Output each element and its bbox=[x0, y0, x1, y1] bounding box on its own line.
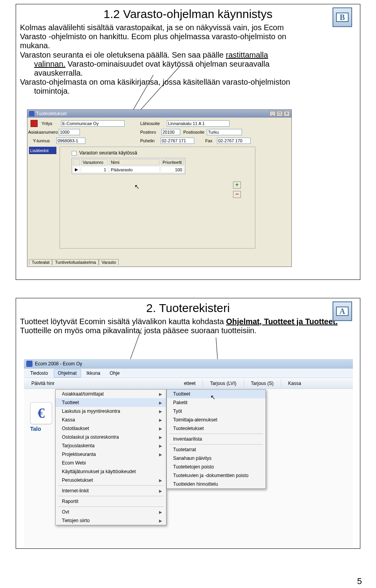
menu-item[interactable]: Kassa▶ bbox=[56, 416, 166, 424]
menu-item[interactable]: Tuotetarrat bbox=[167, 445, 266, 454]
menu-separator bbox=[169, 444, 263, 445]
postinro-field[interactable]: 20100 bbox=[161, 129, 180, 135]
menu-item[interactable]: Tuotteiden hinnoittelu bbox=[167, 480, 266, 488]
menu-item[interactable]: Ostotilaukset▶ bbox=[56, 424, 166, 433]
menu-item-label: Tuotekuvien ja -dokumenttien poisto bbox=[173, 473, 248, 478]
chevron-right-icon: ▶ bbox=[159, 444, 162, 448]
menu-item[interactable]: Tuotteet▶ bbox=[56, 398, 166, 407]
window-title: Ecom 2008 - Ecom Oy bbox=[35, 361, 82, 367]
menu-item[interactable]: Tuoteoletukset bbox=[167, 424, 266, 433]
slide-2: A 2. Tuoterekisteri Tuotteet löytyvät Ec… bbox=[16, 298, 360, 549]
menu-item[interactable]: Toimittaja-alennukset bbox=[167, 416, 266, 424]
menu-item[interactable]: Internet-linkit▶ bbox=[56, 486, 166, 495]
menu-item-label: Tuotetarrat bbox=[173, 447, 196, 452]
window-titlebar[interactable]: Tuoteoletukset _ □ × bbox=[27, 110, 291, 118]
talo-label: Talo bbox=[30, 426, 41, 432]
record-marker[interactable] bbox=[31, 120, 38, 127]
menu-item-label: Asiakkaat/toimittajat bbox=[62, 391, 104, 397]
varaston-seuranta-checkbox[interactable] bbox=[72, 151, 76, 156]
menu-item[interactable]: Inventaarilista bbox=[167, 435, 266, 443]
tuoteoletukset-window: Tuoteoletukset _ □ × Yritys E-Communicae… bbox=[27, 109, 292, 267]
chevron-right-icon: ▶ bbox=[159, 418, 162, 422]
table-row: ▶ 1 Päävarasto 100 bbox=[73, 166, 184, 173]
menu-item[interactable]: Käyttäjätunnukset ja käyttöoikeudet bbox=[56, 467, 166, 476]
tab-tuntiveloituslaskelma[interactable]: Tuntiveloituslaskelma bbox=[52, 259, 99, 265]
chevron-right-icon: ▶ bbox=[159, 510, 162, 514]
chevron-right-icon: ▶ bbox=[159, 452, 162, 457]
maximize-button[interactable]: □ bbox=[277, 111, 283, 116]
menu-item-label: Projektiseuranta bbox=[62, 452, 96, 457]
menu-item-label: Inventaarilista bbox=[173, 436, 202, 442]
chevron-right-icon: ▶ bbox=[159, 519, 162, 523]
add-row-button[interactable]: + bbox=[233, 181, 241, 189]
menu-item-label: Laskutus ja myyntireskontra bbox=[62, 408, 120, 414]
menubar[interactable]: Tiedosto Ohjelmat Ikkuna Ohje bbox=[24, 368, 353, 378]
minimize-button[interactable]: _ bbox=[269, 111, 276, 116]
menu-item[interactable]: Projektiseuranta▶ bbox=[56, 450, 166, 459]
menu-item[interactable]: Sanahaun päivitys bbox=[167, 454, 266, 463]
menu-ikkuna[interactable]: Ikkuna bbox=[83, 369, 104, 377]
section1-title: 1.2 Varasto-ohjelman käynnistys bbox=[16, 7, 360, 21]
remove-row-button[interactable]: − bbox=[233, 191, 241, 198]
euro-icon[interactable]: € bbox=[30, 402, 52, 424]
varasto-panel: Varaston seuranta käytössä Varastonro Ni… bbox=[60, 147, 255, 249]
checkbox-label: Varaston seuranta käytössä bbox=[79, 150, 137, 156]
menu-item[interactable]: Raportit bbox=[56, 497, 166, 506]
app-icon bbox=[29, 111, 34, 116]
toolbar-kassa[interactable]: Kassa bbox=[283, 379, 306, 388]
postiosoite-field[interactable]: Turku bbox=[207, 129, 242, 135]
ecom-main-window: Ecom 2008 - Ecom Oy Tiedosto Ohjelmat Ik… bbox=[24, 359, 353, 547]
toolbar-tarjous-lvi[interactable]: Tarjous (LVI) bbox=[205, 379, 241, 388]
menu-separator bbox=[58, 506, 164, 507]
ohjelmat-dropdown[interactable]: Asiakkaat/toimittajat▶Tuotteet▶Laskutus … bbox=[55, 389, 166, 525]
toolbar-tarjous-s[interactable]: Tarjous (S) bbox=[246, 379, 279, 388]
menu-item[interactable]: Tarjouslaskenta▶ bbox=[56, 441, 166, 450]
menu-item-label: Raportit bbox=[62, 499, 78, 504]
toolbar-paivita[interactable]: Päivitä hinr bbox=[26, 379, 60, 388]
menu-item-label: Ostolaskut ja ostoreskontra bbox=[62, 434, 119, 440]
asiakasnumero-field[interactable]: 1000 bbox=[59, 129, 80, 135]
menu-ohje[interactable]: Ohje bbox=[106, 369, 123, 377]
menu-item[interactable]: Perusoletukset▶ bbox=[56, 476, 166, 485]
tab-tuotealat[interactable]: Tuotealat bbox=[29, 259, 52, 265]
tuotteet-submenu[interactable]: TuotteetPaketitTyötToimittaja-alennukset… bbox=[166, 389, 266, 489]
menu-separator bbox=[169, 434, 263, 434]
fax-field[interactable]: 02-2767 170 bbox=[217, 138, 251, 144]
section2-title: 2. Tuoterekisteri bbox=[16, 301, 360, 315]
menu-item-label: Käyttäjätunnukset ja käyttöoikeudet bbox=[62, 469, 136, 474]
section1-body: Kolmas alavälilehti sisältää varastopaik… bbox=[16, 23, 360, 96]
menu-item[interactable]: Ovt▶ bbox=[56, 508, 166, 516]
window-titlebar[interactable]: Ecom 2008 - Ecom Oy bbox=[24, 359, 353, 368]
menu-item-label: Sanahaun päivitys bbox=[173, 456, 212, 461]
ytunnus-field[interactable]: 0968083-1 bbox=[56, 138, 85, 144]
menu-item[interactable]: Ecom Webi bbox=[56, 459, 166, 467]
menu-item[interactable]: Asiakkaat/toimittajat▶ bbox=[56, 390, 166, 398]
menu-tiedosto[interactable]: Tiedosto bbox=[26, 369, 52, 377]
yritys-field[interactable]: E-Communicae Oy bbox=[61, 120, 125, 127]
menu-ohjelmat[interactable]: Ohjelmat bbox=[54, 369, 81, 377]
slide-1: B 1.2 Varasto-ohjelman käynnistys Kolmas… bbox=[16, 4, 360, 280]
menu-item-label: Toimittaja-alennukset bbox=[173, 417, 217, 423]
menu-item[interactable]: Ostolaskut ja ostoreskontra▶ bbox=[56, 433, 166, 441]
menu-item-label: Tuoteoletukset bbox=[173, 426, 204, 431]
menu-item[interactable]: Tuotetietojen poisto bbox=[167, 463, 266, 471]
menu-item-label: Ovt bbox=[62, 509, 69, 515]
menu-item[interactable]: Tuotekuvien ja -dokumenttien poisto bbox=[167, 471, 266, 480]
menu-item-label: Tuotteet bbox=[173, 391, 190, 397]
cursor-icon: ↖ bbox=[134, 184, 141, 190]
lisatiedot-button[interactable]: Lisätiedot bbox=[29, 147, 56, 154]
chevron-right-icon: ▶ bbox=[159, 401, 162, 405]
menu-item-label: Perusoletukset bbox=[62, 477, 93, 483]
menu-item-label: Tietojen siirto bbox=[62, 518, 90, 523]
lahiosoite-field[interactable]: Linnanakatu 11 A 1 bbox=[167, 120, 230, 127]
close-button[interactable]: × bbox=[284, 111, 290, 116]
varasto-table[interactable]: Varastonro Nimi Prioriteetti ▶ 1 Päävara… bbox=[72, 158, 185, 174]
menu-item-label: Tarjouslaskenta bbox=[62, 443, 94, 448]
toolbar-etteet[interactable]: etteet bbox=[179, 379, 201, 388]
puhelin-field[interactable]: 02-2767 171 bbox=[161, 138, 194, 144]
menu-separator bbox=[58, 496, 164, 496]
menu-item[interactable]: Laskutus ja myyntireskontra▶ bbox=[56, 407, 166, 416]
menu-item[interactable]: Työt bbox=[167, 407, 266, 416]
menu-item[interactable]: Tietojen siirto▶ bbox=[56, 516, 166, 525]
tab-varasto[interactable]: Varasto bbox=[99, 259, 119, 265]
